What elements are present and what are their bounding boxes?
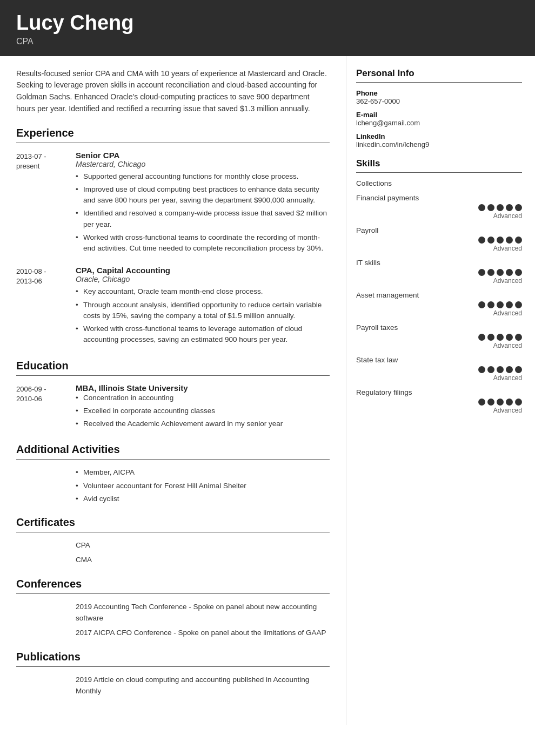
- entry-item: 2013-07 - presentSenior CPAMastercard, C…: [16, 151, 330, 256]
- skill-item: Regulatory filingsAdvanced: [356, 388, 522, 414]
- skill-dot: [487, 301, 494, 308]
- bullet-item: Identified and resolved a company-wide p…: [76, 208, 330, 230]
- phone-item: Phone 362-657-0000: [356, 89, 522, 105]
- skill-item: State tax lawAdvanced: [356, 356, 522, 382]
- skill-level: Advanced: [356, 212, 522, 220]
- skill-level: Advanced: [356, 342, 522, 349]
- skill-dot: [497, 269, 504, 276]
- email-value: lcheng@gamail.com: [356, 119, 522, 127]
- skills-divider: [356, 172, 522, 173]
- skill-item: Financial paymentsAdvanced: [356, 194, 522, 220]
- skill-level: Advanced: [356, 277, 522, 285]
- activities-list: Member, AICPAVolunteer accountant for Fo…: [16, 467, 330, 504]
- linkedin-value: linkedin.com/in/lcheng9: [356, 140, 522, 148]
- entry-company: Mastercard, Chicago: [76, 160, 330, 168]
- entry-bullets: Supported general accounting functions f…: [76, 171, 330, 254]
- email-label: E-mail: [356, 111, 522, 119]
- skills-section: Skills CollectionsFinancial paymentsAdva…: [356, 158, 522, 414]
- education-entries: 2006-09 - 2010-06MBA, Illinois State Uni…: [16, 383, 330, 432]
- certificates-divider: [16, 532, 330, 532]
- skill-dot: [506, 399, 513, 406]
- activity-item: Avid cyclist: [76, 494, 330, 504]
- conferences-list: 2019 Accounting Tech Conference - Spoke …: [16, 602, 330, 639]
- personal-info-section: Personal Info Phone 362-657-0000 E-mail …: [356, 68, 522, 148]
- skill-level: Advanced: [356, 374, 522, 382]
- certificates-list: CPACMA: [16, 540, 330, 566]
- certificates-title: Certificates: [16, 516, 330, 529]
- experience-title: Experience: [16, 127, 330, 139]
- skill-dot: [506, 269, 513, 276]
- skill-dots: [478, 237, 522, 244]
- skills-list: CollectionsFinancial paymentsAdvancedPay…: [356, 179, 522, 414]
- skill-dots: [478, 301, 522, 308]
- conferences-divider: [16, 593, 330, 594]
- conferences-title: Conferences: [16, 578, 330, 590]
- skill-dot: [478, 269, 485, 276]
- experience-section: Experience 2013-07 - presentSenior CPAMa…: [16, 127, 330, 348]
- skill-dots: [478, 399, 522, 406]
- candidate-title: CPA: [16, 37, 519, 46]
- skill-dot: [497, 204, 504, 211]
- conference-item: 2017 AICPA CFO Conference - Spoke on pan…: [76, 627, 330, 639]
- conferences-section: Conferences 2019 Accounting Tech Confere…: [16, 578, 330, 639]
- entry-job-title: CPA, Capital Accounting: [76, 266, 330, 275]
- skill-dot: [515, 269, 522, 276]
- publications-title: Publications: [16, 651, 330, 663]
- skill-name: IT skills: [356, 259, 522, 267]
- publications-section: Publications 2019 Article on cloud compu…: [16, 651, 330, 697]
- skill-dot: [515, 366, 522, 373]
- skill-dot: [487, 269, 494, 276]
- skill-dot: [515, 237, 522, 244]
- skill-dot: [497, 399, 504, 406]
- skill-dots-row: [356, 269, 522, 276]
- linkedin-label: LinkedIn: [356, 132, 522, 140]
- entry-bullets: Key accountant, Oracle team month-end cl…: [76, 286, 330, 345]
- certificate-item: CMA: [76, 555, 330, 566]
- skill-level: Advanced: [356, 245, 522, 252]
- bullet-item: Improved use of cloud computing best pra…: [76, 184, 330, 206]
- skill-dots-row: [356, 204, 522, 211]
- publications-list: 2019 Article on cloud computing and acco…: [16, 674, 330, 697]
- certificate-item: CPA: [76, 540, 330, 551]
- skill-dot: [487, 366, 494, 373]
- entry-item: 2006-09 - 2010-06MBA, Illinois State Uni…: [16, 383, 330, 432]
- entry-bullets: Concentration in accountingExcelled in c…: [76, 393, 330, 430]
- experience-entries: 2013-07 - presentSenior CPAMastercard, C…: [16, 151, 330, 348]
- skill-dot: [478, 301, 485, 308]
- skill-dot: [487, 237, 494, 244]
- publications-divider: [16, 666, 330, 667]
- email-item: E-mail lcheng@gamail.com: [356, 111, 522, 127]
- skill-name: Regulatory filings: [356, 388, 522, 396]
- activity-item: Volunteer accountant for Forest Hill Ani…: [76, 481, 330, 491]
- skill-dot: [478, 399, 485, 406]
- bullet-item: Concentration in accounting: [76, 393, 330, 403]
- phone-value: 362-657-0000: [356, 97, 522, 105]
- activities-divider: [16, 459, 330, 460]
- education-divider: [16, 375, 330, 376]
- skill-dot: [478, 204, 485, 211]
- skill-name: Asset management: [356, 291, 522, 299]
- skill-dots-row: [356, 301, 522, 308]
- personal-info-divider: [356, 82, 522, 83]
- skill-dot: [497, 334, 504, 341]
- skill-dot: [478, 237, 485, 244]
- skill-dot: [506, 204, 513, 211]
- activities-section: Additional Activities Member, AICPAVolun…: [16, 443, 330, 504]
- bullet-item: Key accountant, Oracle team month-end cl…: [76, 286, 330, 297]
- entry-company: Oracle, Chicago: [76, 275, 330, 284]
- summary-text: Results-focused senior CPA and CMA with …: [16, 68, 330, 115]
- skill-dots-row: [356, 366, 522, 373]
- entry-content: CPA, Capital AccountingOracle, ChicagoKe…: [76, 266, 330, 347]
- skill-dots: [478, 366, 522, 373]
- entry-dates: 2013-07 - present: [16, 151, 76, 256]
- skill-level: Advanced: [356, 407, 522, 414]
- activities-title: Additional Activities: [16, 443, 330, 456]
- left-column: Results-focused senior CPA and CMA with …: [0, 56, 346, 725]
- entry-job-title: Senior CPA: [76, 151, 330, 160]
- skill-dot: [487, 399, 494, 406]
- skill-level: Advanced: [356, 309, 522, 317]
- skill-dot: [478, 334, 485, 341]
- bullet-item: Through account analysis, identified opp…: [76, 300, 330, 322]
- skill-dots-row: [356, 399, 522, 406]
- personal-info-title: Personal Info: [356, 68, 522, 79]
